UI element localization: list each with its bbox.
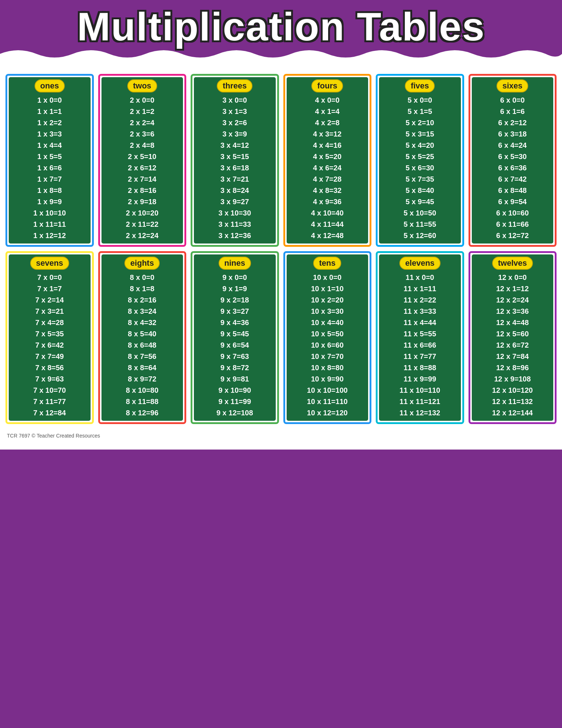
table-row: 12 x 6=72	[473, 340, 552, 351]
table-row: 8 x 0=0	[103, 272, 182, 283]
table-row: 5 x 6=30	[380, 162, 459, 174]
table-row: 9 x 6=54	[195, 340, 274, 351]
table-row: 10 x 5=50	[288, 328, 367, 340]
table-card-sixes: sixes6 x 0=06 x 1=66 x 2=126 x 3=186 x 4…	[469, 74, 557, 247]
table-row: 1 x 0=0	[10, 95, 89, 106]
table-row: 4 x 11=44	[288, 219, 367, 230]
table-row: 4 x 3=12	[288, 128, 367, 140]
table-row: 2 x 0=0	[103, 95, 182, 106]
table-row: 11 x 11=121	[380, 396, 459, 407]
table-header-tens: tens	[313, 257, 341, 270]
table-header-elevens: elevens	[399, 257, 441, 270]
table-row: 2 x 5=10	[103, 151, 182, 162]
header-section: Multiplication Tables	[0, 0, 562, 67]
table-row: 11 x 12=132	[380, 407, 459, 419]
table-row: 12 x 7=84	[473, 351, 552, 362]
table-row: 10 x 0=0	[288, 272, 367, 283]
table-row: 7 x 10=70	[10, 385, 89, 396]
table-header-sevens: sevens	[30, 257, 69, 270]
table-row: 10 x 9=90	[288, 373, 367, 385]
table-inner-tens: tens10 x 0=010 x 1=1010 x 2=2010 x 3=301…	[287, 254, 368, 421]
table-card-sevens: sevens7 x 0=07 x 1=77 x 2=147 x 3=217 x …	[5, 251, 94, 424]
table-row: 10 x 3=30	[288, 306, 367, 317]
table-card-twelves: twelves12 x 0=012 x 1=1212 x 2=2412 x 3=…	[469, 251, 557, 424]
table-row: 4 x 7=28	[288, 174, 367, 185]
table-row: 11 x 9=99	[380, 373, 459, 385]
table-row: 9 x 0=0	[195, 272, 274, 283]
table-row: 11 x 8=88	[380, 362, 459, 373]
table-row: 8 x 3=24	[103, 306, 182, 317]
table-row: 5 x 1=5	[380, 106, 459, 117]
table-row: 9 x 4=36	[195, 317, 274, 328]
table-row: 12 x 11=132	[473, 396, 552, 407]
table-inner-twos: twos2 x 0=02 x 1=22 x 2=42 x 3=62 x 4=82…	[101, 77, 183, 244]
table-row: 1 x 2=2	[10, 117, 89, 128]
table-row: 9 x 2=18	[195, 294, 274, 306]
table-row: 6 x 4=24	[473, 140, 552, 151]
table-row: 6 x 11=66	[473, 219, 552, 230]
table-row: 3 x 10=30	[195, 207, 274, 219]
table-inner-sixes: sixes6 x 0=06 x 1=66 x 2=126 x 3=186 x 4…	[472, 77, 554, 244]
page-title: Multiplication Tables	[4, 7, 558, 47]
table-row: 3 x 9=27	[195, 196, 274, 207]
table-row: 1 x 5=5	[10, 151, 89, 162]
table-row: 8 x 1=8	[103, 283, 182, 294]
table-row: 9 x 3=27	[195, 306, 274, 317]
table-row: 2 x 1=2	[103, 106, 182, 117]
table-header-twelves: twelves	[492, 257, 533, 270]
tables-grid: ones1 x 0=01 x 1=11 x 2=21 x 3=31 x 4=41…	[5, 74, 557, 424]
table-row: 5 x 2=10	[380, 117, 459, 128]
table-row: 6 x 8=48	[473, 185, 552, 196]
table-row: 6 x 9=54	[473, 196, 552, 207]
table-inner-threes: threes3 x 0=03 x 1=33 x 2=63 x 3=93 x 4=…	[194, 77, 276, 244]
table-row: 11 x 6=66	[380, 340, 459, 351]
table-card-eights: eights8 x 0=08 x 1=88 x 2=168 x 3=248 x …	[98, 251, 187, 424]
table-card-tens: tens10 x 0=010 x 1=1010 x 2=2010 x 3=301…	[283, 251, 372, 424]
table-row: 4 x 8=32	[288, 185, 367, 196]
table-row: 1 x 11=11	[10, 219, 89, 230]
table-row: 1 x 3=3	[10, 128, 89, 140]
table-row: 12 x 9=108	[473, 373, 552, 385]
table-row: 8 x 8=64	[103, 362, 182, 373]
table-inner-ones: ones1 x 0=01 x 1=11 x 2=21 x 3=31 x 4=41…	[9, 77, 91, 244]
table-row: 8 x 11=88	[103, 396, 182, 407]
table-row: 10 x 2=20	[288, 294, 367, 306]
table-row: 11 x 2=22	[380, 294, 459, 306]
table-row: 7 x 2=14	[10, 294, 89, 306]
table-row: 12 x 2=24	[473, 294, 552, 306]
table-row: 1 x 10=10	[10, 207, 89, 219]
table-row: 1 x 8=8	[10, 185, 89, 196]
table-row: 5 x 7=35	[380, 174, 459, 185]
table-row: 6 x 1=6	[473, 106, 552, 117]
table-inner-fours: fours4 x 0=04 x 1=44 x 2=84 x 3=124 x 4=…	[287, 77, 368, 244]
table-row: 2 x 12=24	[103, 230, 182, 241]
table-row: 10 x 8=80	[288, 362, 367, 373]
table-row: 9 x 12=108	[195, 407, 274, 419]
table-row: 5 x 4=20	[380, 140, 459, 151]
table-row: 10 x 11=110	[288, 396, 367, 407]
table-row: 10 x 1=10	[288, 283, 367, 294]
table-row: 5 x 8=40	[380, 185, 459, 196]
table-row: 7 x 5=35	[10, 328, 89, 340]
table-row: 6 x 3=18	[473, 128, 552, 140]
table-row: 10 x 6=60	[288, 340, 367, 351]
table-row: 4 x 1=4	[288, 106, 367, 117]
table-card-ones: ones1 x 0=01 x 1=11 x 2=21 x 3=31 x 4=41…	[5, 74, 94, 247]
table-inner-twelves: twelves12 x 0=012 x 1=1212 x 2=2412 x 3=…	[472, 254, 554, 421]
table-row: 9 x 8=72	[195, 362, 274, 373]
table-row: 7 x 6=42	[10, 340, 89, 351]
table-header-eights: eights	[124, 257, 160, 270]
table-row: 12 x 3=36	[473, 306, 552, 317]
table-row: 6 x 10=60	[473, 207, 552, 219]
main-content: ones1 x 0=01 x 1=11 x 2=21 x 3=31 x 4=41…	[0, 67, 562, 450]
table-row: 3 x 8=24	[195, 185, 274, 196]
table-row: 7 x 11=77	[10, 396, 89, 407]
table-row: 4 x 0=0	[288, 95, 367, 106]
table-row: 11 x 4=44	[380, 317, 459, 328]
table-row: 5 x 10=50	[380, 207, 459, 219]
table-row: 9 x 1=9	[195, 283, 274, 294]
table-row: 8 x 6=48	[103, 340, 182, 351]
table-row: 2 x 3=6	[103, 128, 182, 140]
table-card-nines: nines9 x 0=09 x 1=99 x 2=189 x 3=279 x 4…	[191, 251, 279, 424]
table-header-twos: twos	[127, 79, 157, 92]
